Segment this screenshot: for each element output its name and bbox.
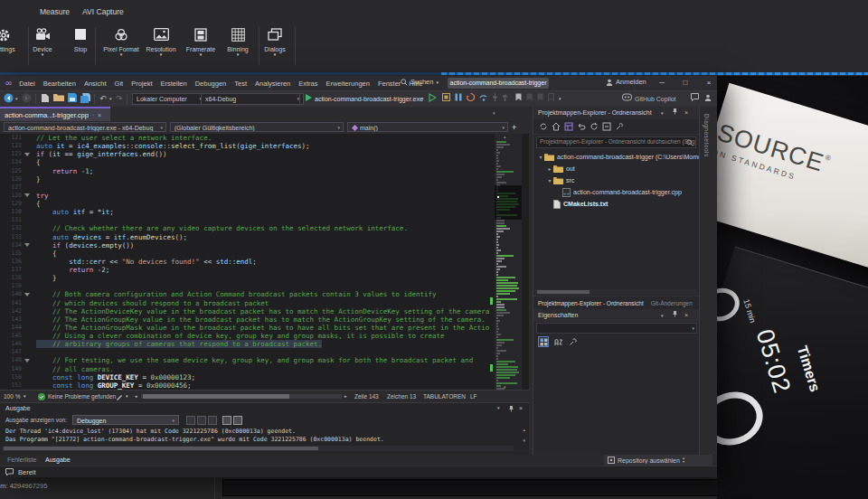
- menu-fenster[interactable]: Fenster: [378, 80, 401, 88]
- send-feedback-icon[interactable]: [691, 93, 699, 105]
- properties-object-dropdown[interactable]: ▾: [536, 323, 697, 334]
- redo-icon[interactable]: ↷: [116, 93, 123, 105]
- expander-expanded-icon[interactable]: ▾: [546, 177, 553, 184]
- github-copilot-icon[interactable]: [622, 93, 632, 105]
- capture-menu-measure[interactable]: Measure: [40, 7, 70, 16]
- scroll-right-icon[interactable]: ▸: [344, 393, 347, 399]
- autoscroll-icon[interactable]: [233, 416, 242, 425]
- properties-titlebar[interactable]: Eigenschaften ▾ ×: [533, 309, 700, 322]
- chevron-down-icon[interactable]: ▾: [109, 93, 112, 105]
- chevron-down-icon[interactable]: ▾: [421, 93, 424, 105]
- undo-icon[interactable]: ↶: [99, 93, 107, 105]
- close-icon[interactable]: ×: [519, 405, 523, 411]
- go-to-message-icon[interactable]: [197, 416, 206, 425]
- open-folder-icon[interactable]: [53, 93, 64, 105]
- menu-extras[interactable]: Extras: [298, 80, 317, 88]
- minimize-button[interactable]: ─: [653, 76, 671, 89]
- line-indicator[interactable]: Zeile 143: [354, 393, 379, 400]
- window-title[interactable]: action-command-broadcast-trigger: [448, 78, 549, 89]
- select-repository-button[interactable]: Repository auswählen ▴▾: [604, 455, 712, 466]
- copilot-label[interactable]: GitHub Copilot: [635, 93, 676, 105]
- chevron-down-icon[interactable]: ▾: [559, 93, 561, 105]
- startup-target-dropdown[interactable]: Lokaler Computer▾: [132, 93, 206, 105]
- sign-in-button[interactable]: Anmelden: [606, 78, 646, 86]
- menu-erstellen[interactable]: Erstellen: [160, 80, 186, 88]
- fold-marker-icon[interactable]: [24, 293, 30, 297]
- find-message-icon[interactable]: [186, 416, 195, 425]
- chevron-down-icon[interactable]: ▾: [661, 309, 664, 322]
- alphabetical-icon[interactable]: [552, 336, 563, 347]
- tab-pin-icon[interactable]: ◦: [92, 112, 94, 118]
- feedback-bubble-icon[interactable]: [5, 468, 14, 477]
- eol-indicator[interactable]: LF: [470, 393, 477, 400]
- fold-marker-icon[interactable]: [24, 243, 30, 247]
- problems-status[interactable]: Keine Probleme gefunden: [48, 393, 116, 400]
- document-list-chevron-icon[interactable]: ▾: [493, 110, 495, 116]
- properties-icon[interactable]: [615, 118, 624, 135]
- step-out-icon[interactable]: [502, 93, 508, 105]
- maximum-property-field[interactable]: [222, 479, 717, 496]
- chevron-down-icon[interactable]: ▾: [15, 93, 18, 105]
- pin-icon[interactable]: [672, 107, 678, 119]
- collapse-all-icon[interactable]: [602, 118, 611, 135]
- categorized-icon[interactable]: [538, 336, 549, 347]
- fold-marker-icon[interactable]: [24, 359, 30, 362]
- scroll-up-icon[interactable]: ▴: [523, 427, 525, 432]
- step-into-icon[interactable]: [492, 93, 498, 105]
- tab-fehlerliste[interactable]: Fehlerliste: [7, 457, 36, 463]
- code-editor[interactable]: 1211221231241251261271281291301311321331…: [0, 134, 529, 390]
- breadcrumb-scope-dropdown[interactable]: (Globaler Gültigkeitsbereich)▾: [170, 122, 344, 132]
- scrollbar-thumb[interactable]: [143, 394, 289, 399]
- tree-item-cmakelists-txt[interactable]: CMakeLists.txt: [533, 198, 699, 210]
- menu-git[interactable]: Git: [115, 80, 124, 88]
- solution-explorer-titlebar[interactable]: Projektmappen-Explorer - Ordneransicht ▾…: [533, 107, 699, 119]
- tab-ausgabe[interactable]: Ausgabe: [45, 457, 71, 463]
- undo-checkout-icon[interactable]: [577, 118, 586, 135]
- previous-bookmark-icon[interactable]: [526, 93, 533, 105]
- menu-test[interactable]: Test: [234, 80, 247, 88]
- run-button[interactable]: action-command-broadcast-trigger.exe: [315, 93, 423, 105]
- menu-debuggen[interactable]: Debuggen: [195, 80, 227, 88]
- chevron-down-icon[interactable]: ▾: [24, 393, 26, 399]
- save-all-icon[interactable]: [80, 93, 90, 105]
- new-project-icon[interactable]: [41, 93, 50, 105]
- pin-icon[interactable]: [508, 405, 514, 413]
- maximize-button[interactable]: □: [676, 76, 694, 89]
- tab-close-icon[interactable]: ×: [98, 112, 101, 118]
- chevron-down-icon[interactable]: ▾: [661, 107, 664, 119]
- indentation-indicator[interactable]: TABULATOREN: [423, 393, 466, 400]
- menu-datei[interactable]: Datei: [19, 80, 35, 88]
- fold-marker-icon[interactable]: [24, 153, 30, 156]
- break-all-icon[interactable]: [455, 93, 462, 105]
- scroll-left-icon[interactable]: ◂: [135, 393, 137, 399]
- menu-ansicht[interactable]: Ansicht: [84, 80, 107, 88]
- menu-analysieren[interactable]: Analysieren: [255, 80, 290, 88]
- tree-item-action-command-broadcast-trigger-cpp[interactable]: ++ action-command-broadcast-trigger.cpp: [533, 186, 699, 198]
- tab-git-aenderungen[interactable]: Git-Änderungen: [651, 300, 693, 306]
- vs-search-box[interactable]: Suchen ▾: [401, 78, 439, 86]
- scroll-up-icon[interactable]: ▴: [504, 134, 506, 139]
- tab-projektmappen-explorer[interactable]: Projektmappen-Explorer - Ordneransicht: [538, 300, 644, 306]
- start-debugging-icon[interactable]: [305, 93, 313, 105]
- capture-menu-avi-capture[interactable]: AVI Capture: [82, 7, 124, 16]
- navigate-back-icon[interactable]: [4, 93, 14, 105]
- build-icon[interactable]: [442, 93, 450, 105]
- breadcrumb-member-dropdown[interactable]: main()▾: [347, 122, 508, 132]
- chevron-down-icon[interactable]: ▾: [126, 393, 128, 399]
- close-icon[interactable]: ×: [684, 107, 688, 119]
- tree-item-src[interactable]: ▾ src: [533, 174, 699, 186]
- minimap-scrollbar[interactable]: ▴ ▾: [495, 134, 522, 390]
- start-without-debugging-icon[interactable]: [429, 93, 437, 105]
- hot-reload-icon[interactable]: [467, 93, 475, 105]
- expander-collapsed-icon[interactable]: ▸: [546, 165, 553, 172]
- clear-all-icon[interactable]: [208, 416, 217, 425]
- switch-views-icon[interactable]: [564, 118, 573, 135]
- home-icon[interactable]: [552, 118, 561, 135]
- pin-icon[interactable]: [672, 309, 678, 322]
- editor-tab-active[interactable]: action-comma...t-trigger.cpp ◦ ×: [0, 107, 110, 121]
- horizontal-scrollbar[interactable]: [141, 394, 342, 399]
- minimap-viewport[interactable]: [495, 185, 522, 220]
- tab-diagnosetools[interactable]: Diagnosetools: [703, 114, 710, 157]
- zoom-level[interactable]: 100 %: [4, 393, 20, 400]
- scrollbar-thumb[interactable]: [4, 447, 318, 450]
